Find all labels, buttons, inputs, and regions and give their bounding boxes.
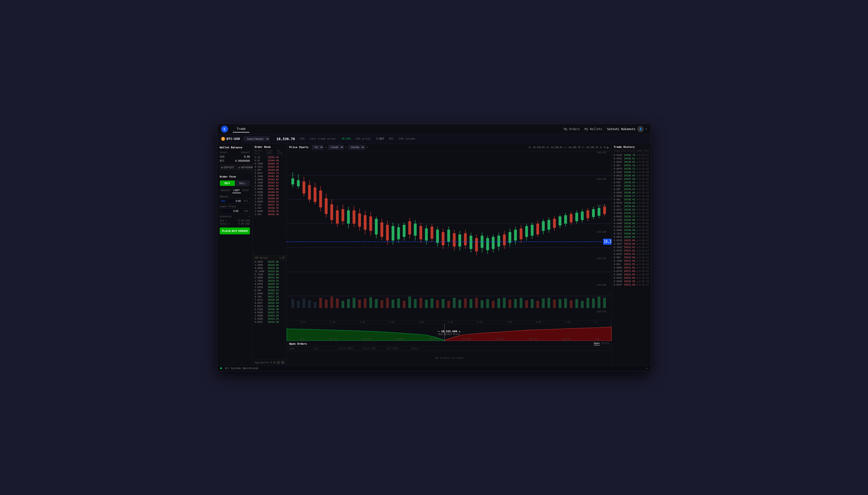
top-navigation: C Trade My Orders My Wallets Satoshi Nak…: [217, 124, 651, 134]
trade-row: 0.004610338.98 ↗9:49:06: [612, 228, 651, 232]
svg-rect-146: [520, 228, 522, 239]
trade-time: 9:49:48: [639, 174, 649, 177]
bid-row: 25.300010333.00-: [252, 270, 286, 273]
trade-row: 0.007610335.00 ↗9:49:02: [612, 235, 651, 238]
deposit-button[interactable]: ⊕ DEPOSIT: [220, 165, 235, 170]
trade-size: 0.1667: [614, 242, 623, 245]
trade-price: 10331.00 ↘: [624, 283, 639, 286]
trade-time: 9:49:06: [639, 219, 649, 221]
nav-right: My Orders My Wallets Satoshi Nakamoto 👤 …: [564, 126, 647, 132]
nav-my-orders[interactable]: My Orders: [564, 127, 580, 131]
svg-rect-122: [453, 233, 456, 246]
sell-button[interactable]: SELL: [235, 181, 250, 186]
user-section[interactable]: Satoshi Nakamoto 👤 ▼: [607, 126, 647, 132]
limit-price-currency: USD: [244, 210, 248, 212]
trade-time: 9:50:02: [639, 160, 649, 163]
bid-price: 10329.25: [267, 283, 279, 285]
ask-size: 0.5922: [255, 166, 264, 168]
candle-type-select[interactable]: Candle: [328, 145, 344, 150]
trade-history-col-headers: Trade Size Price (USD) Time: [614, 150, 649, 152]
svg-rect-116: [436, 230, 439, 243]
trade-price: 10332.95 ↘: [624, 280, 639, 283]
trade-price: 10338.42 ↗: [624, 188, 639, 190]
wallet-balance-section: Wallet Balance Asset Amount USD 0.00 BTC…: [217, 143, 252, 173]
overlay-select[interactable]: Overlay: [348, 145, 365, 150]
trade-time: 9:49:48: [639, 167, 649, 170]
svg-rect-7: [297, 301, 300, 308]
svg-rect-38: [470, 299, 472, 308]
trade-time: 9:49:19: [639, 212, 649, 215]
bid-price: 10333.00: [267, 270, 279, 273]
bid-size: 1.0222: [255, 298, 264, 301]
trade-time: 9:49:20: [639, 208, 649, 211]
svg-rect-166: [575, 213, 578, 221]
limit-price-input[interactable]: [222, 209, 239, 212]
svg-text:10,337: 10,337: [604, 239, 611, 244]
trade-time: 9:49:02: [639, 232, 649, 235]
trade-time: 9:48:54: [639, 249, 649, 252]
chevron-down-icon: ▾: [248, 215, 250, 218]
settings-icon[interactable]: ⚙: [646, 366, 648, 370]
svg-rect-168: [581, 212, 584, 220]
advanced-toggle[interactable]: Advanced ▾: [220, 215, 250, 218]
svg-rect-26: [403, 301, 406, 308]
trade-size: 0.0047: [614, 160, 623, 163]
trade-size: 0.1821: [614, 232, 623, 235]
nav-my-wallets[interactable]: My Wallets: [585, 127, 602, 131]
bid-size: 2.5000: [255, 263, 264, 266]
ask-row: 2.000010342.85-: [252, 178, 286, 181]
bid-size: 0.0021: [255, 321, 264, 323]
svg-rect-59: [586, 298, 589, 308]
ask-size: 2.0000: [255, 178, 264, 181]
max-link[interactable]: Max: [222, 200, 226, 202]
ask-price: 10341.95: [267, 184, 279, 187]
trade-size: 0.0023: [614, 174, 623, 177]
wallet-amount-usd: 0.00: [244, 155, 250, 158]
svg-rect-130: [475, 238, 478, 251]
buy-button[interactable]: BUY: [220, 181, 235, 186]
bid-row: 0.002310326.40-: [252, 305, 286, 308]
aggregation-increase[interactable]: +: [281, 361, 284, 364]
depth-chart: ― 10,335.690 + Mid Market Price -300 $10…: [287, 324, 611, 341]
aggregation-decrease[interactable]: −: [277, 361, 280, 364]
place-order-button[interactable]: PLACE BUY ORDER: [220, 227, 250, 234]
oo-tab-open[interactable]: Open: [594, 342, 600, 345]
wallet-col-asset: Asset: [220, 151, 227, 154]
bid-my-size: -: [282, 279, 284, 282]
bid-size: 1.0000: [255, 314, 264, 317]
oo-tab-fills[interactable]: Fills: [602, 342, 609, 345]
svg-rect-23: [386, 298, 389, 308]
trade-row: 0.002410335.00 ↘9:49:01: [612, 238, 651, 242]
svg-rect-88: [358, 214, 361, 226]
open-orders-tabs: Open Fills: [594, 342, 609, 345]
trade-size: 0.0353: [614, 249, 623, 252]
svg-rect-120: [447, 230, 450, 242]
market-select[interactable]: Select Market: [244, 136, 270, 141]
type-limit[interactable]: LIMIT: [232, 188, 241, 193]
amount-input[interactable]: [229, 200, 241, 202]
ask-price: 10344.30: [267, 166, 279, 168]
trade-time: 9:49:42: [639, 181, 649, 184]
trade-row: 0.004710338.05 ↗9:50:02: [612, 160, 651, 164]
trade-price: 10333.00 ↘: [624, 256, 639, 259]
nav-tab-trade[interactable]: Trade: [233, 126, 249, 133]
svg-rect-45: [509, 300, 511, 308]
timeframe-select[interactable]: 5m: [312, 145, 324, 150]
amount-currency: BTC: [244, 200, 248, 202]
trade-size: 0.1094: [614, 259, 623, 262]
svg-rect-72: [314, 188, 316, 202]
open-orders-title: Open Orders: [289, 342, 307, 345]
type-market[interactable]: MARKET: [220, 188, 232, 193]
svg-rect-170: [586, 210, 589, 218]
ask-price: 10336.30: [267, 213, 279, 216]
chart-play-button[interactable]: ▶: [607, 146, 609, 149]
ob-col-price: Price (USD): [266, 150, 277, 154]
ticker-bar: ₿ BTC-USD Select Market 10,336.78 USD La…: [217, 134, 651, 143]
ask-row: 3.1410344.45-: [252, 156, 286, 159]
bid-price: 10332.90: [267, 273, 279, 276]
ask-price: 10340.00: [267, 197, 279, 200]
svg-rect-35: [453, 298, 456, 308]
ask-row: 0.759910340.35-: [252, 194, 286, 197]
bid-my-size: -: [282, 311, 284, 314]
type-stop[interactable]: STOP: [241, 188, 250, 193]
